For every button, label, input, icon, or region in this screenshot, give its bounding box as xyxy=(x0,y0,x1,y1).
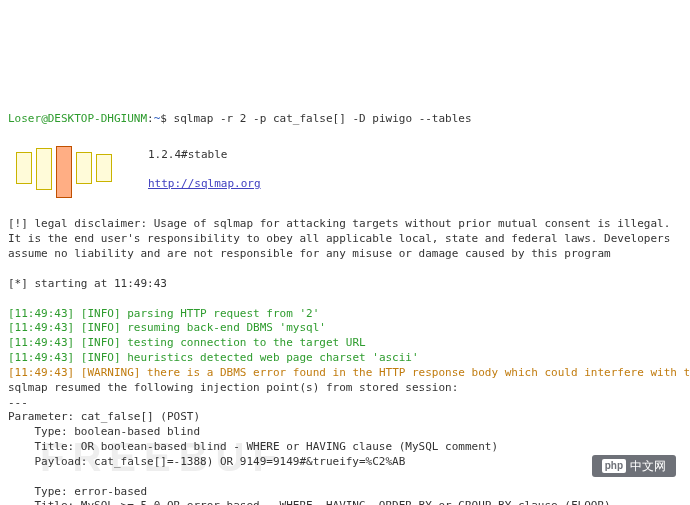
log-resume: resuming back-end DBMS 'mysql' xyxy=(127,321,326,334)
log-warn: [WARNING] xyxy=(81,366,147,379)
log-info: [INFO] xyxy=(81,307,127,320)
prompt-path: ~ xyxy=(154,112,161,125)
command: sqlmap -r 2 -p cat_false[] -D piwigo --t… xyxy=(174,112,472,125)
sqlmap-url[interactable]: http://sqlmap.org xyxy=(148,177,261,190)
log-info: [INFO] xyxy=(81,336,127,349)
log-info: [INFO] xyxy=(81,351,127,364)
title-error: Title: MySQL >= 5.0 OR error-based - WHE… xyxy=(8,499,611,505)
site-badge[interactable]: php 中文网 xyxy=(592,455,676,477)
parameter: Parameter: cat_false[] (POST) xyxy=(8,410,200,423)
php-icon: php xyxy=(602,459,626,473)
type-bool: Type: boolean-based blind xyxy=(8,425,200,438)
site-badge-text: 中文网 xyxy=(630,458,666,474)
log-dbms-error: there is a DBMS error found in the HTTP … xyxy=(147,366,690,379)
terminal-output: Loser@DESKTOP-DHGIUNM:~$ sqlmap -r 2 -p … xyxy=(8,97,690,505)
log-ts: [11:49:43] xyxy=(8,307,81,320)
log-parse: parsing HTTP request from '2' xyxy=(127,307,319,320)
resume-line: sqlmap resumed the following injection p… xyxy=(8,381,458,394)
sqlmap-logo xyxy=(8,146,128,201)
log-test: testing connection to the target URL xyxy=(127,336,365,349)
disclaimer: [!] legal disclaimer: Usage of sqlmap fo… xyxy=(8,217,678,262)
log-info: [INFO] xyxy=(81,321,127,334)
prompt-user: Loser xyxy=(8,112,41,125)
log-charset: heuristics detected web page charset 'as… xyxy=(127,351,418,364)
prompt-host: DESKTOP-DHGIUNM xyxy=(48,112,147,125)
title-bool: Title: OR boolean-based blind - WHERE or… xyxy=(8,440,498,453)
log-ts: [11:49:43] xyxy=(8,336,81,349)
dots: --- xyxy=(8,396,28,409)
type-error: Type: error-based xyxy=(8,485,147,498)
payload-bool: Payload: cat_false[]=-1388) OR 9149=9149… xyxy=(8,455,405,468)
log-ts: [11:49:43] xyxy=(8,366,81,379)
version: 1.2.4#stable xyxy=(148,148,227,161)
log-ts: [11:49:43] xyxy=(8,321,81,334)
log-ts: [11:49:43] xyxy=(8,351,81,364)
start-line: [*] starting at 11:49:43 xyxy=(8,277,167,290)
